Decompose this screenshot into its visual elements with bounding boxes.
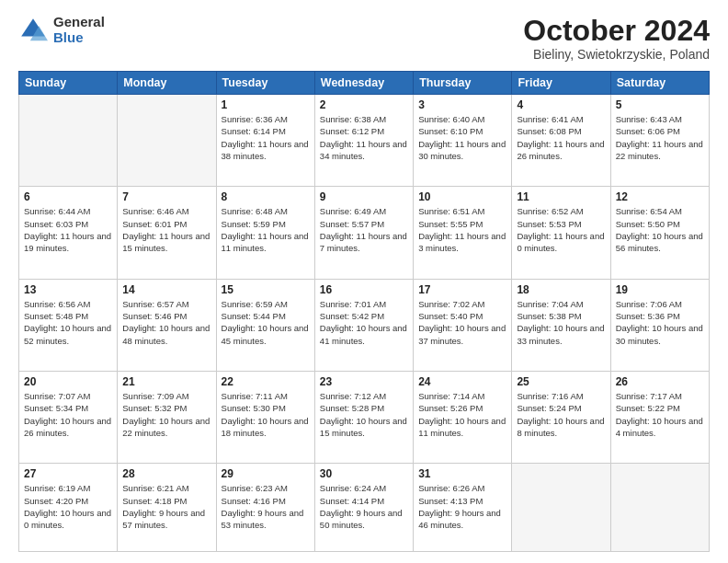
day-info: Sunrise: 6:41 AMSunset: 6:08 PMDaylight:… bbox=[517, 113, 605, 162]
calendar-table: SundayMondayTuesdayWednesdayThursdayFrid… bbox=[18, 71, 710, 552]
day-number: 11 bbox=[517, 190, 605, 203]
day-info: Sunrise: 6:49 AMSunset: 5:57 PMDaylight:… bbox=[320, 205, 408, 254]
calendar-day-cell: 10Sunrise: 6:51 AMSunset: 5:55 PMDayligh… bbox=[414, 187, 512, 279]
calendar-week-row: 13Sunrise: 6:56 AMSunset: 5:48 PMDayligh… bbox=[19, 279, 710, 371]
day-info: Sunrise: 7:01 AMSunset: 5:42 PMDaylight:… bbox=[320, 298, 408, 347]
weekday-header: Saturday bbox=[610, 72, 709, 95]
day-number: 31 bbox=[418, 467, 506, 480]
day-info: Sunrise: 7:16 AMSunset: 5:24 PMDaylight:… bbox=[517, 390, 605, 439]
day-number: 1 bbox=[222, 98, 310, 111]
page: General Blue October 2024 Bieliny, Swiet… bbox=[0, 0, 728, 563]
day-number: 22 bbox=[222, 375, 310, 388]
calendar-day-cell: 22Sunrise: 7:11 AMSunset: 5:30 PMDayligh… bbox=[216, 372, 314, 464]
day-info: Sunrise: 7:06 AMSunset: 5:36 PMDaylight:… bbox=[616, 298, 704, 347]
day-number: 30 bbox=[320, 467, 408, 480]
day-info: Sunrise: 7:04 AMSunset: 5:38 PMDaylight:… bbox=[517, 298, 605, 347]
day-info: Sunrise: 6:38 AMSunset: 6:12 PMDaylight:… bbox=[320, 113, 408, 162]
calendar-day-cell: 24Sunrise: 7:14 AMSunset: 5:26 PMDayligh… bbox=[414, 372, 512, 464]
calendar-day-cell: 26Sunrise: 7:17 AMSunset: 5:22 PMDayligh… bbox=[610, 372, 709, 464]
calendar-day-cell: 16Sunrise: 7:01 AMSunset: 5:42 PMDayligh… bbox=[314, 279, 413, 371]
day-number: 25 bbox=[517, 375, 605, 388]
day-info: Sunrise: 6:48 AMSunset: 5:59 PMDaylight:… bbox=[222, 205, 310, 254]
calendar-day-cell bbox=[118, 95, 216, 187]
day-info: Sunrise: 6:59 AMSunset: 5:44 PMDaylight:… bbox=[222, 298, 310, 347]
day-info: Sunrise: 6:52 AMSunset: 5:53 PMDaylight:… bbox=[517, 205, 605, 254]
day-info: Sunrise: 6:44 AMSunset: 6:03 PMDaylight:… bbox=[24, 205, 112, 254]
calendar-day-cell: 21Sunrise: 7:09 AMSunset: 5:32 PMDayligh… bbox=[118, 372, 216, 464]
calendar-day-cell: 23Sunrise: 7:12 AMSunset: 5:28 PMDayligh… bbox=[314, 372, 413, 464]
weekday-header: Tuesday bbox=[216, 72, 314, 95]
day-number: 13 bbox=[24, 283, 112, 296]
day-number: 2 bbox=[320, 98, 408, 111]
day-info: Sunrise: 7:07 AMSunset: 5:34 PMDaylight:… bbox=[24, 390, 112, 439]
weekday-header: Monday bbox=[118, 72, 216, 95]
calendar-day-cell bbox=[512, 464, 610, 552]
day-number: 29 bbox=[222, 467, 310, 480]
day-info: Sunrise: 6:57 AMSunset: 5:46 PMDaylight:… bbox=[122, 298, 210, 347]
day-number: 9 bbox=[320, 190, 408, 203]
calendar-day-cell: 3Sunrise: 6:40 AMSunset: 6:10 PMDaylight… bbox=[414, 95, 512, 187]
calendar-day-cell: 11Sunrise: 6:52 AMSunset: 5:53 PMDayligh… bbox=[512, 187, 610, 279]
header: General Blue October 2024 Bieliny, Swiet… bbox=[18, 15, 710, 62]
calendar-day-cell: 1Sunrise: 6:36 AMSunset: 6:14 PMDaylight… bbox=[216, 95, 314, 187]
day-number: 7 bbox=[122, 190, 210, 203]
calendar-day-cell bbox=[610, 464, 709, 552]
day-info: Sunrise: 6:51 AMSunset: 5:55 PMDaylight:… bbox=[418, 205, 506, 254]
calendar-day-cell: 8Sunrise: 6:48 AMSunset: 5:59 PMDaylight… bbox=[216, 187, 314, 279]
title-block: October 2024 Bieliny, Swietokrzyskie, Po… bbox=[523, 15, 710, 62]
day-number: 17 bbox=[418, 283, 506, 296]
calendar-day-cell: 31Sunrise: 6:26 AMSunset: 4:13 PMDayligh… bbox=[414, 464, 512, 552]
day-info: Sunrise: 6:43 AMSunset: 6:06 PMDaylight:… bbox=[616, 113, 704, 162]
calendar-day-cell: 19Sunrise: 7:06 AMSunset: 5:36 PMDayligh… bbox=[610, 279, 709, 371]
weekday-header: Sunday bbox=[19, 72, 118, 95]
calendar-day-cell: 4Sunrise: 6:41 AMSunset: 6:08 PMDaylight… bbox=[512, 95, 610, 187]
day-number: 3 bbox=[418, 98, 506, 111]
day-number: 4 bbox=[517, 98, 605, 111]
day-number: 28 bbox=[122, 467, 210, 480]
day-number: 15 bbox=[222, 283, 310, 296]
calendar-day-cell: 5Sunrise: 6:43 AMSunset: 6:06 PMDaylight… bbox=[610, 95, 709, 187]
calendar-day-cell: 9Sunrise: 6:49 AMSunset: 5:57 PMDaylight… bbox=[314, 187, 413, 279]
weekday-header-row: SundayMondayTuesdayWednesdayThursdayFrid… bbox=[19, 72, 710, 95]
day-info: Sunrise: 7:14 AMSunset: 5:26 PMDaylight:… bbox=[418, 390, 506, 439]
calendar-day-cell: 7Sunrise: 6:46 AMSunset: 6:01 PMDaylight… bbox=[118, 187, 216, 279]
day-info: Sunrise: 7:12 AMSunset: 5:28 PMDaylight:… bbox=[320, 390, 408, 439]
day-info: Sunrise: 6:24 AMSunset: 4:14 PMDaylight:… bbox=[320, 482, 408, 531]
day-info: Sunrise: 6:19 AMSunset: 4:20 PMDaylight:… bbox=[24, 482, 112, 531]
day-info: Sunrise: 6:26 AMSunset: 4:13 PMDaylight:… bbox=[418, 482, 506, 531]
calendar-day-cell: 20Sunrise: 7:07 AMSunset: 5:34 PMDayligh… bbox=[19, 372, 118, 464]
calendar-day-cell: 15Sunrise: 6:59 AMSunset: 5:44 PMDayligh… bbox=[216, 279, 314, 371]
day-info: Sunrise: 6:56 AMSunset: 5:48 PMDaylight:… bbox=[24, 298, 112, 347]
day-number: 14 bbox=[122, 283, 210, 296]
day-number: 19 bbox=[616, 283, 704, 296]
weekday-header: Wednesday bbox=[314, 72, 413, 95]
day-info: Sunrise: 7:02 AMSunset: 5:40 PMDaylight:… bbox=[418, 298, 506, 347]
logo-icon bbox=[18, 16, 48, 45]
logo-blue-text: Blue bbox=[53, 30, 105, 46]
calendar-day-cell: 27Sunrise: 6:19 AMSunset: 4:20 PMDayligh… bbox=[19, 464, 118, 552]
day-number: 10 bbox=[418, 190, 506, 203]
day-info: Sunrise: 6:46 AMSunset: 6:01 PMDaylight:… bbox=[122, 205, 210, 254]
day-number: 16 bbox=[320, 283, 408, 296]
logo: General Blue bbox=[18, 15, 105, 45]
day-number: 6 bbox=[24, 190, 112, 203]
calendar-week-row: 1Sunrise: 6:36 AMSunset: 6:14 PMDaylight… bbox=[19, 95, 710, 187]
weekday-header: Thursday bbox=[414, 72, 512, 95]
day-number: 26 bbox=[616, 375, 704, 388]
calendar-day-cell: 17Sunrise: 7:02 AMSunset: 5:40 PMDayligh… bbox=[414, 279, 512, 371]
day-number: 24 bbox=[418, 375, 506, 388]
day-info: Sunrise: 7:11 AMSunset: 5:30 PMDaylight:… bbox=[222, 390, 310, 439]
day-number: 23 bbox=[320, 375, 408, 388]
calendar-day-cell: 18Sunrise: 7:04 AMSunset: 5:38 PMDayligh… bbox=[512, 279, 610, 371]
day-info: Sunrise: 6:21 AMSunset: 4:18 PMDaylight:… bbox=[122, 482, 210, 531]
day-number: 27 bbox=[24, 467, 112, 480]
day-info: Sunrise: 7:09 AMSunset: 5:32 PMDaylight:… bbox=[122, 390, 210, 439]
calendar-day-cell: 28Sunrise: 6:21 AMSunset: 4:18 PMDayligh… bbox=[118, 464, 216, 552]
calendar-day-cell: 30Sunrise: 6:24 AMSunset: 4:14 PMDayligh… bbox=[314, 464, 413, 552]
day-number: 8 bbox=[222, 190, 310, 203]
day-number: 20 bbox=[24, 375, 112, 388]
day-info: Sunrise: 6:40 AMSunset: 6:10 PMDaylight:… bbox=[418, 113, 506, 162]
calendar-week-row: 27Sunrise: 6:19 AMSunset: 4:20 PMDayligh… bbox=[19, 464, 710, 552]
day-number: 21 bbox=[122, 375, 210, 388]
calendar-day-cell: 2Sunrise: 6:38 AMSunset: 6:12 PMDaylight… bbox=[314, 95, 413, 187]
